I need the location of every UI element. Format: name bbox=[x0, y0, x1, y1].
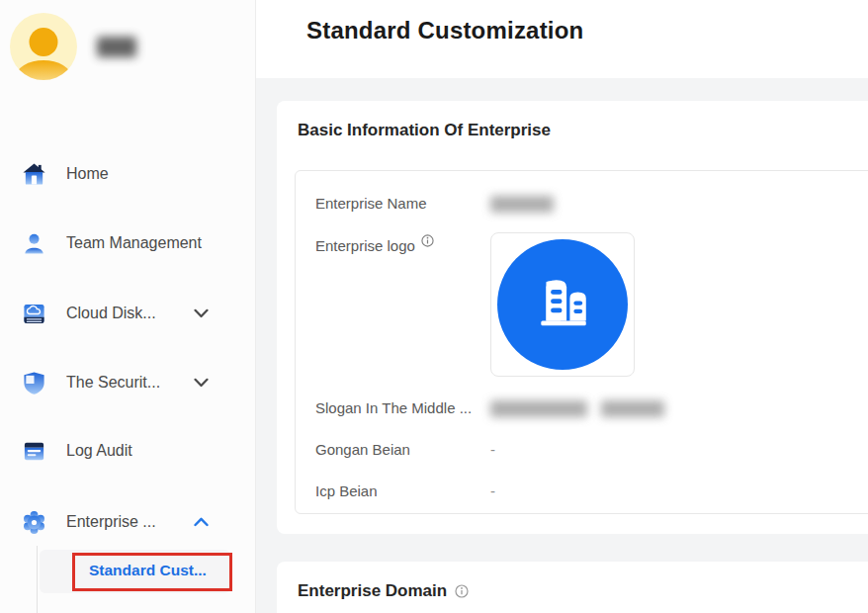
sidebar-item-team-management[interactable]: Team Management bbox=[0, 212, 256, 275]
enterprise-logo bbox=[497, 239, 628, 370]
chevron-down-icon[interactable] bbox=[194, 308, 209, 318]
sidebar-item-enterprise[interactable]: Enterprise ... bbox=[0, 490, 256, 554]
sidebar-subitem-label[interactable]: Standard Cust... bbox=[89, 562, 207, 579]
content-area: Basic Information Of Enterprise Enterpri… bbox=[256, 78, 868, 613]
page-header: Standard Customization bbox=[256, 0, 868, 78]
chevron-up-icon[interactable] bbox=[194, 517, 209, 527]
sidebar-item-label: Enterprise ... bbox=[66, 513, 156, 531]
gear-icon bbox=[22, 510, 46, 535]
username-redacted bbox=[97, 37, 136, 57]
sidebar-item-security[interactable]: The Securit... bbox=[0, 351, 256, 414]
sidebar-item-log-audit[interactable]: Log Audit bbox=[0, 419, 256, 482]
field-label-enterprise-name: Enterprise Name bbox=[315, 195, 427, 212]
field-label-gongan-beian: Gongan Beian bbox=[315, 441, 410, 458]
field-label-slogan: Slogan In The Middle ... bbox=[315, 399, 472, 416]
submenu-indent-line bbox=[37, 546, 38, 613]
slogan-redacted-value-2 bbox=[601, 400, 664, 417]
main-area: Standard Customization Basic Information… bbox=[256, 0, 868, 613]
info-icon[interactable] bbox=[455, 584, 469, 598]
log-audit-icon bbox=[22, 439, 46, 464]
basic-information-box: Enterprise Name Enterprise logo bbox=[295, 170, 868, 514]
basic-information-card: Basic Information Of Enterprise Enterpri… bbox=[277, 101, 868, 534]
sidebar-item-label: Home bbox=[66, 165, 109, 183]
sidebar-item-label: The Securit... bbox=[66, 374, 160, 392]
section-title: Enterprise Domain bbox=[298, 581, 447, 601]
icp-beian-value: - bbox=[490, 482, 495, 499]
avatar-person-icon-body bbox=[16, 60, 71, 80]
slogan-redacted-value bbox=[490, 400, 587, 417]
sidebar-item-home[interactable]: Home bbox=[0, 142, 256, 206]
sidebar-item-label: Team Management bbox=[66, 234, 202, 252]
enterprise-name-redacted-value bbox=[490, 196, 554, 213]
field-label-icp-beian: Icp Beian bbox=[315, 482, 378, 499]
chevron-down-icon[interactable] bbox=[194, 378, 209, 388]
sidebar: Home Team Management Cloud Disk... bbox=[0, 0, 256, 613]
avatar[interactable] bbox=[10, 13, 77, 80]
sidebar-item-label: Cloud Disk... bbox=[66, 305, 156, 322]
team-icon bbox=[22, 231, 46, 256]
field-label-text: Enterprise logo bbox=[315, 237, 415, 254]
page-title: Standard Customization bbox=[306, 17, 583, 44]
field-label-enterprise-logo: Enterprise logo bbox=[315, 237, 434, 254]
enterprise-domain-card: Enterprise Domain bbox=[277, 562, 868, 613]
buildings-icon bbox=[532, 274, 593, 335]
info-icon[interactable] bbox=[421, 234, 434, 247]
enterprise-logo-frame[interactable] bbox=[490, 232, 635, 377]
section-title: Basic Information Of Enterprise bbox=[298, 121, 551, 140]
avatar-person-icon bbox=[30, 28, 58, 56]
home-icon bbox=[22, 162, 46, 187]
cloud-disk-icon bbox=[22, 302, 46, 326]
shield-icon bbox=[22, 371, 46, 395]
gongan-beian-value: - bbox=[490, 441, 495, 458]
user-profile[interactable] bbox=[10, 13, 136, 80]
sidebar-item-label: Log Audit bbox=[66, 442, 132, 460]
sidebar-item-cloud-disk[interactable]: Cloud Disk... bbox=[0, 282, 256, 345]
